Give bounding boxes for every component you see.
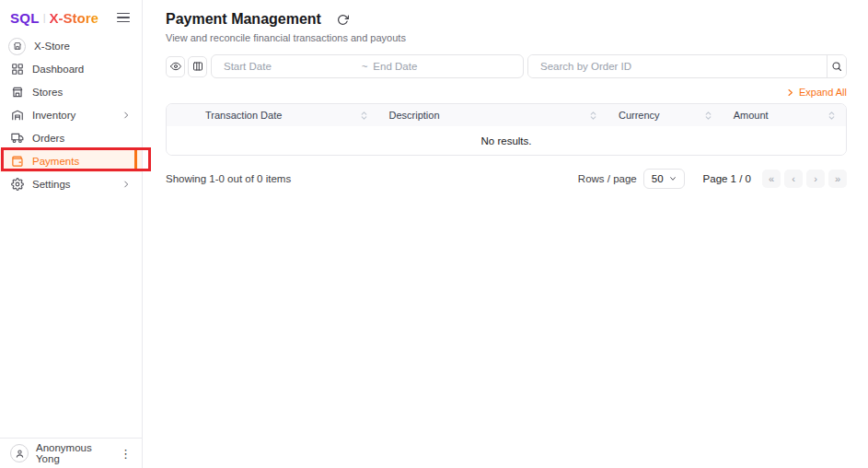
- sort-icon[interactable]: [703, 111, 713, 121]
- kebab-menu-icon[interactable]: ⋮: [120, 448, 132, 460]
- sidebar-header: SQL | X-Store: [0, 0, 142, 35]
- search-input[interactable]: [528, 55, 827, 77]
- storefront-circle-icon: [8, 38, 26, 55]
- logo-sql-text: SQL: [10, 10, 40, 26]
- sidebar-item-label: Settings: [32, 179, 71, 190]
- sidebar-item-inventory[interactable]: Inventory: [0, 103, 142, 126]
- sort-icon[interactable]: [827, 111, 837, 121]
- chevron-right-icon: [786, 88, 794, 97]
- sidebar-item-xstore[interactable]: X-Store: [0, 35, 142, 57]
- pagination-controls: Rows / page 50 Page 1 / 0 « ‹ › »: [578, 169, 847, 189]
- chevron-right-icon: [122, 180, 131, 189]
- hamburger-menu-icon[interactable]: [117, 13, 130, 23]
- page-subtitle: View and reconcile financial transaction…: [166, 32, 847, 43]
- payments-table: Transaction Date Description Currency Am…: [166, 103, 847, 156]
- filter-bar: ~: [166, 54, 847, 78]
- truck-icon: [11, 132, 24, 145]
- column-header-description[interactable]: Description: [378, 104, 608, 126]
- wallet-icon: [11, 155, 24, 168]
- sort-icon[interactable]: [588, 111, 598, 121]
- eye-icon: [170, 61, 181, 72]
- columns-toggle-button[interactable]: [188, 56, 207, 77]
- last-page-button[interactable]: »: [828, 170, 847, 188]
- end-date-input[interactable]: [373, 61, 511, 72]
- search-icon: [831, 61, 842, 72]
- shop-icon: [11, 86, 24, 99]
- date-range-picker[interactable]: ~: [211, 54, 524, 78]
- column-header-transaction-date[interactable]: Transaction Date: [167, 104, 378, 126]
- refresh-icon: [337, 14, 349, 26]
- column-header-currency[interactable]: Currency: [608, 104, 723, 126]
- payment-management-page: SQL | X-Store X-Store Dashboard Stores: [0, 0, 868, 468]
- sidebar: SQL | X-Store X-Store Dashboard Stores: [0, 0, 143, 468]
- chevron-down-icon: [669, 175, 677, 182]
- prev-page-button[interactable]: ‹: [784, 170, 803, 188]
- visibility-toggle-button[interactable]: [166, 56, 185, 77]
- sidebar-item-label: Dashboard: [32, 64, 84, 75]
- user-menu[interactable]: Anonymous Yong ⋮: [0, 438, 142, 468]
- rows-per-page-label: Rows / page: [578, 173, 637, 184]
- column-header-amount[interactable]: Amount: [723, 104, 846, 126]
- sidebar-item-label: Inventory: [32, 110, 75, 121]
- columns-icon: [192, 61, 203, 72]
- sidebar-item-stores[interactable]: Stores: [0, 80, 142, 103]
- page-indicator: Page 1 / 0: [703, 173, 751, 184]
- app-logo: SQL | X-Store: [10, 10, 98, 26]
- sidebar-item-orders[interactable]: Orders: [0, 126, 142, 149]
- empty-state-text: No results.: [167, 126, 846, 155]
- refresh-button[interactable]: [337, 14, 349, 26]
- table-footer: Showing 1-0 out of 0 items Rows / page 5…: [166, 169, 847, 189]
- sidebar-item-label: X-Store: [34, 41, 70, 52]
- warehouse-icon: [11, 109, 24, 122]
- sidebar-item-settings[interactable]: Settings: [0, 172, 142, 195]
- logo-divider: |: [43, 12, 46, 23]
- page-buttons: « ‹ › »: [762, 170, 847, 188]
- first-page-button[interactable]: «: [762, 170, 781, 188]
- rows-per-page-select[interactable]: 50: [643, 169, 685, 189]
- logo-store-text: X-Store: [50, 10, 98, 26]
- date-separator: ~: [362, 61, 368, 72]
- start-date-input[interactable]: [224, 61, 362, 72]
- main-content: Payment Management View and reconcile fi…: [143, 0, 868, 468]
- chevron-right-icon: [122, 111, 131, 120]
- next-page-button[interactable]: ›: [806, 170, 825, 188]
- order-search: [527, 54, 847, 78]
- showing-count-text: Showing 1-0 out of 0 items: [166, 173, 291, 184]
- sidebar-item-label: Stores: [32, 87, 63, 98]
- expand-all-label: Expand All: [799, 87, 847, 98]
- table-header-row: Transaction Date Description Currency Am…: [167, 104, 846, 126]
- sidebar-item-label: Orders: [32, 133, 64, 144]
- sort-icon[interactable]: [359, 111, 369, 121]
- expand-all-link[interactable]: Expand All: [166, 84, 847, 100]
- sidebar-item-dashboard[interactable]: Dashboard: [0, 57, 142, 80]
- user-avatar-icon: [10, 444, 29, 462]
- search-button[interactable]: [827, 55, 846, 77]
- active-indicator-bar: [134, 150, 137, 171]
- grid-icon: [11, 63, 24, 76]
- sidebar-nav: X-Store Dashboard Stores Inventory Order…: [0, 35, 142, 195]
- page-title: Payment Management: [166, 11, 321, 28]
- sidebar-item-label: Payments: [32, 156, 79, 167]
- user-name: Anonymous Yong: [36, 442, 112, 464]
- sidebar-item-payments[interactable]: Payments: [0, 149, 142, 172]
- gear-icon: [11, 178, 24, 191]
